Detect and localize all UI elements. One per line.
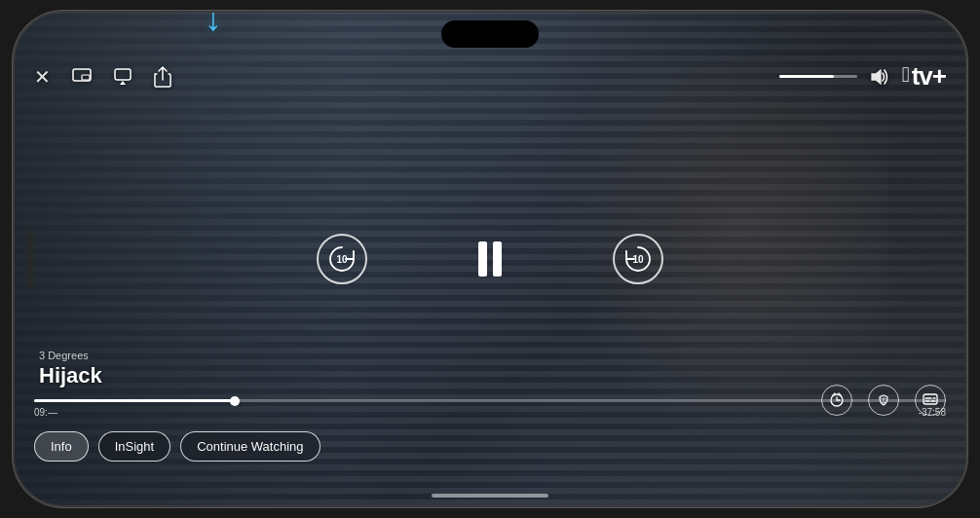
bottom-pills: Info InSight Continue Watching (34, 431, 320, 462)
volume-fill (779, 75, 834, 78)
home-indicator[interactable] (432, 494, 548, 498)
show-season: 3 Degrees (39, 350, 102, 361)
volume-bar[interactable] (779, 75, 857, 78)
top-controls-bar: ✕ (15, 61, 965, 92)
current-time: 09:— (34, 407, 57, 418)
phone-frame: ↓ ✕ (13, 11, 967, 507)
forward-button[interactable]: 10 (613, 234, 663, 284)
progress-container: 09:— -37:58 (34, 399, 946, 418)
show-title: Hijack (39, 363, 102, 388)
airplay-button[interactable] (113, 67, 132, 87)
progress-bar[interactable] (34, 399, 946, 402)
remaining-time: -37:58 (919, 407, 946, 418)
rewind-button[interactable]: 10 (317, 234, 367, 284)
pip-button[interactable] (72, 68, 92, 86)
top-right-controls:  tv+ (779, 61, 946, 92)
insight-pill-button[interactable]: InSight (98, 431, 170, 462)
tv-plus-label: tv+ (912, 61, 946, 92)
rewind-label: 10 (336, 254, 347, 265)
title-area: 3 Degrees Hijack (39, 350, 102, 388)
info-pill-button[interactable]: Info (34, 431, 89, 462)
share-button[interactable] (154, 66, 171, 88)
top-left-controls: ✕ (34, 65, 171, 89)
blue-arrow-indicator: ↓ (205, 11, 222, 36)
pause-bar-right (493, 241, 502, 277)
time-display: 09:— -37:58 (34, 407, 946, 418)
dynamic-island (441, 20, 539, 48)
center-controls: 10 10 (317, 234, 663, 284)
forward-label: 10 (632, 254, 643, 265)
continue-watching-pill-button[interactable]: Continue Watching (180, 431, 320, 462)
progress-scrubber[interactable] (230, 396, 240, 406)
close-button[interactable]: ✕ (34, 65, 51, 89)
volume-area (779, 75, 857, 78)
svg-rect-1 (82, 75, 90, 80)
volume-icon[interactable] (869, 67, 890, 87)
svg-rect-2 (115, 69, 131, 80)
apple-icon:  (902, 62, 910, 88)
side-camera-notch (26, 230, 34, 288)
pause-button[interactable] (465, 234, 515, 284)
apple-tv-logo:  tv+ (902, 61, 946, 92)
progress-fill (34, 399, 235, 402)
pause-bar-left (478, 241, 487, 277)
